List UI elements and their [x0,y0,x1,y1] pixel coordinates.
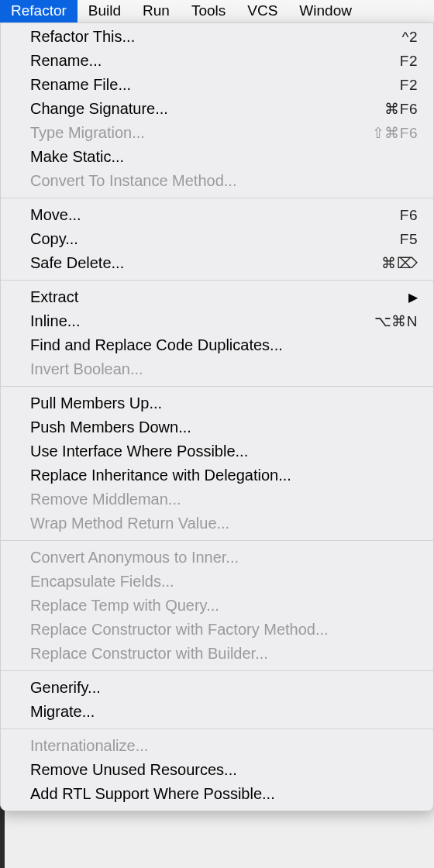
menu-item-internationalize: Internationalize... [1,734,433,758]
menu-item-label: Push Members Down... [30,418,191,436]
menu-item-convert-to-instance-method: Convert To Instance Method... [1,169,433,193]
menu-item-migrate[interactable]: Migrate... [1,700,433,724]
menu-item-label: Extract [30,288,78,306]
refactor-menu-panel: Refactor This...^2Rename...F2Rename File… [0,22,434,811]
menu-separator [1,386,433,387]
menubar-item-build[interactable]: Build [78,0,132,22]
menu-item-shortcut: F2 [400,77,418,94]
menu-item-refactor-this[interactable]: Refactor This...^2 [1,25,433,49]
menu-item-copy[interactable]: Copy...F5 [1,227,433,251]
menu-item-label: Wrap Method Return Value... [30,515,229,532]
menu-item-label: Copy... [30,230,78,248]
menu-item-rename-file[interactable]: Rename File...F2 [1,73,433,97]
menu-item-replace-constructor-with-factory-method: Replace Constructor with Factory Method.… [1,618,433,642]
menu-separator [1,670,433,671]
menu-item-rename[interactable]: Rename...F2 [1,49,433,73]
menu-item-push-members-down[interactable]: Push Members Down... [1,415,433,439]
menu-item-label: Pull Members Up... [30,394,162,412]
menu-item-remove-unused-resources[interactable]: Remove Unused Resources... [1,758,433,782]
menu-item-label: Inline... [30,312,80,330]
menu-separator [1,728,433,729]
menu-item-label: Make Static... [30,148,124,166]
menu-item-convert-anonymous-to-inner: Convert Anonymous to Inner... [1,546,433,570]
menu-item-use-interface-where-possible[interactable]: Use Interface Where Possible... [1,439,433,463]
menu-item-label: Move... [30,206,81,224]
menu-item-type-migration: Type Migration...⇧⌘F6 [1,121,433,145]
menu-item-replace-inheritance-with-delegation[interactable]: Replace Inheritance with Delegation... [1,463,433,487]
menu-item-label: Remove Unused Resources... [30,761,237,779]
menu-item-inline[interactable]: Inline...⌥⌘N [1,309,433,333]
menu-separator [1,540,433,541]
menu-item-shortcut: ⌘F6 [384,100,418,118]
menubar-item-vcs[interactable]: VCS [236,0,288,22]
menubar-item-window[interactable]: Window [288,0,363,22]
menu-item-generify[interactable]: Generify... [1,676,433,700]
menu-item-encapsulate-fields: Encapsulate Fields... [1,570,433,594]
menu-item-shortcut: F2 [400,53,418,70]
menu-item-wrap-method-return-value: Wrap Method Return Value... [1,512,433,536]
menu-item-label: Type Migration... [30,124,145,142]
menu-item-shortcut: F5 [400,231,418,248]
menu-item-label: Refactor This... [30,28,135,46]
menu-item-extract[interactable]: Extract▶ [1,285,433,309]
menu-item-label: Replace Constructor with Factory Method.… [30,621,329,639]
menu-item-shortcut: ⇧⌘F6 [372,124,418,142]
menu-item-label: Replace Temp with Query... [30,597,219,615]
menubar: RefactorBuildRunToolsVCSWindow [0,0,434,23]
menu-item-label: Remove Middleman... [30,491,181,508]
menu-item-label: Convert Anonymous to Inner... [30,549,239,567]
menu-item-replace-constructor-with-builder: Replace Constructor with Builder... [1,642,433,666]
menu-item-replace-temp-with-query: Replace Temp with Query... [1,594,433,618]
menu-item-label: Convert To Instance Method... [30,172,236,190]
menu-item-label: Add RTL Support Where Possible... [30,785,275,803]
menu-item-label: Use Interface Where Possible... [30,443,248,460]
menu-item-safe-delete[interactable]: Safe Delete...⌘⌦ [1,251,433,275]
menu-item-make-static[interactable]: Make Static... [1,145,433,169]
menu-item-label: Replace Inheritance with Delegation... [30,467,291,484]
menu-item-shortcut: ^2 [402,29,418,46]
menu-item-label: Migrate... [30,703,95,721]
menu-item-add-rtl-support-where-possible[interactable]: Add RTL Support Where Possible... [1,782,433,806]
menu-item-label: Rename File... [30,76,131,94]
menubar-item-tools[interactable]: Tools [181,0,236,22]
menubar-item-refactor[interactable]: Refactor [0,0,78,22]
menu-item-label: Replace Constructor with Builder... [30,645,268,663]
menu-separator [1,198,433,198]
menu-item-label: Safe Delete... [30,254,124,272]
menu-separator [1,280,433,281]
menu-item-label: Rename... [30,52,102,70]
menu-item-change-signature[interactable]: Change Signature...⌘F6 [1,97,433,121]
chevron-right-icon: ▶ [408,290,418,305]
menu-item-shortcut: ⌥⌘N [374,312,418,330]
menu-item-label: Internationalize... [30,737,148,755]
menu-item-remove-middleman: Remove Middleman... [1,487,433,512]
menu-item-invert-boolean: Invert Boolean... [1,357,433,381]
menu-item-shortcut: F6 [400,207,418,224]
menu-item-label: Encapsulate Fields... [30,573,174,591]
menu-item-find-and-replace-code-duplicates[interactable]: Find and Replace Code Duplicates... [1,333,433,357]
menu-item-label: Change Signature... [30,100,168,118]
menu-item-label: Generify... [30,679,101,697]
menu-item-shortcut: ⌘⌦ [381,254,418,272]
menu-item-pull-members-up[interactable]: Pull Members Up... [1,391,433,415]
menu-item-move[interactable]: Move...F6 [1,203,433,227]
menu-item-label: Find and Replace Code Duplicates... [30,336,283,354]
menu-item-label: Invert Boolean... [30,360,143,378]
menubar-item-run[interactable]: Run [132,0,181,22]
